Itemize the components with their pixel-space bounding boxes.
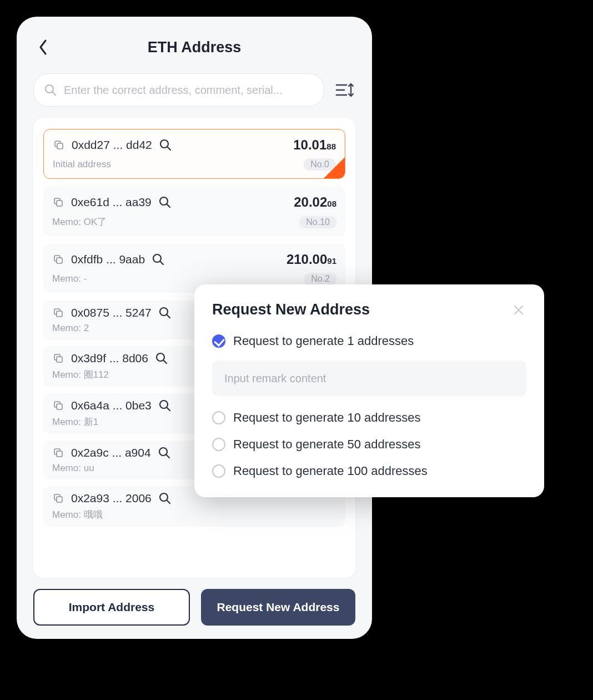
svg-line-8 xyxy=(168,147,170,150)
import-address-button[interactable]: Import Address xyxy=(33,589,190,626)
bottom-buttons: Import Address Request New Address xyxy=(33,589,355,626)
copy-icon[interactable] xyxy=(52,399,64,412)
generate-option[interactable]: Request to generate 50 addresses xyxy=(212,437,526,452)
option-label: Request to generate 100 addresses xyxy=(233,464,428,478)
svg-line-32 xyxy=(167,455,169,458)
radio-checked-icon[interactable] xyxy=(212,334,225,348)
modal-header: Request New Address xyxy=(212,301,526,318)
address-row-top: 0xe61d ... aa3920.0208 xyxy=(52,194,336,210)
memo-text: Initial address xyxy=(53,159,111,170)
modal-close-button[interactable] xyxy=(511,302,526,318)
address-row-bottom: Memo: 哦哦 xyxy=(52,508,336,521)
svg-rect-18 xyxy=(57,311,62,317)
back-button[interactable] xyxy=(33,37,53,57)
svg-line-36 xyxy=(167,501,170,503)
memo-text: Memo: OK了 xyxy=(52,216,107,228)
svg-point-7 xyxy=(160,140,168,148)
address-text: 0xe61d ... aa39 xyxy=(71,196,152,209)
address-text: 0x2a9c ... a904 xyxy=(71,446,151,459)
address-text: 0x3d9f ... 8d06 xyxy=(71,352,148,365)
magnify-icon[interactable] xyxy=(158,306,172,319)
svg-line-28 xyxy=(167,408,170,411)
address-card[interactable]: 0xdd27 ... dd4210.0188Initial addressNo.… xyxy=(43,129,345,179)
balance-value: 20.0208 xyxy=(294,194,336,210)
svg-line-20 xyxy=(167,315,170,318)
address-row-bottom: Memo: OK了No.10 xyxy=(52,216,336,228)
svg-rect-26 xyxy=(57,404,62,409)
svg-rect-22 xyxy=(57,357,62,362)
sort-button[interactable] xyxy=(334,79,355,101)
balance-value: 210.0091 xyxy=(287,252,336,267)
magnify-icon[interactable] xyxy=(158,446,171,459)
copy-icon[interactable] xyxy=(52,447,64,459)
svg-rect-30 xyxy=(57,451,62,457)
svg-point-23 xyxy=(157,353,164,361)
memo-text: Memo: uu xyxy=(52,463,94,474)
address-row-bottom: Memo: -No.2 xyxy=(52,273,336,285)
balance-value: 10.0188 xyxy=(293,137,336,153)
page-title: ETH Address xyxy=(148,39,242,56)
option-label: Request to generate 10 addresses xyxy=(233,411,421,425)
address-row-bottom: Initial addressNo.0 xyxy=(53,158,336,171)
modal-options: Request to generate 1 addressesRequest t… xyxy=(212,334,526,478)
magnify-icon[interactable] xyxy=(159,138,172,152)
generate-option[interactable]: Request to generate 100 addresses xyxy=(212,464,526,478)
generate-option[interactable]: Request to generate 10 addresses xyxy=(212,411,526,425)
svg-line-12 xyxy=(167,204,170,207)
svg-line-16 xyxy=(160,262,163,264)
search-box[interactable] xyxy=(33,73,324,107)
svg-point-15 xyxy=(153,254,161,262)
radio-unchecked-icon[interactable] xyxy=(212,411,225,424)
search-row xyxy=(33,73,355,107)
address-row-top: 0xfdfb ... 9aab210.0091 xyxy=(52,252,336,267)
magnify-icon[interactable] xyxy=(158,196,172,209)
search-icon xyxy=(44,83,57,97)
search-input[interactable] xyxy=(64,84,314,97)
remark-input[interactable] xyxy=(212,361,526,396)
copy-icon[interactable] xyxy=(52,253,64,266)
svg-point-27 xyxy=(160,401,168,408)
address-text: 0x0875 ... 5247 xyxy=(71,306,152,319)
svg-point-35 xyxy=(160,493,168,501)
sort-icon xyxy=(335,82,354,98)
header: ETH Address xyxy=(33,32,355,62)
magnify-icon[interactable] xyxy=(152,253,165,266)
address-text: 0x6a4a ... 0be3 xyxy=(71,399,152,412)
remark-input-wrap xyxy=(212,361,526,396)
magnify-icon[interactable] xyxy=(158,399,172,412)
close-icon xyxy=(513,304,524,316)
generate-option[interactable]: Request to generate 1 addresses xyxy=(212,334,526,348)
svg-rect-6 xyxy=(57,143,63,149)
chevron-left-icon xyxy=(38,39,48,56)
svg-point-19 xyxy=(160,308,168,316)
address-text: 0xfdfb ... 9aab xyxy=(71,253,145,266)
address-row-top: 0xdd27 ... dd4210.0188 xyxy=(53,137,336,153)
memo-text: Memo: 2 xyxy=(52,323,89,334)
copy-icon[interactable] xyxy=(52,196,64,208)
radio-unchecked-icon[interactable] xyxy=(212,438,225,451)
serial-badge: No.2 xyxy=(304,273,336,285)
svg-point-31 xyxy=(159,448,167,456)
serial-badge: No.10 xyxy=(299,216,336,228)
svg-rect-14 xyxy=(57,258,62,263)
svg-line-24 xyxy=(164,361,167,363)
request-new-address-button[interactable]: Request New Address xyxy=(201,589,355,626)
memo-text: Memo: 新1 xyxy=(52,416,98,428)
option-label: Request to generate 1 addresses xyxy=(233,334,414,348)
svg-rect-10 xyxy=(57,201,62,206)
modal-title: Request New Address xyxy=(212,301,370,318)
svg-point-11 xyxy=(160,197,168,205)
magnify-icon[interactable] xyxy=(158,492,172,505)
request-new-address-modal: Request New Address Request to generate … xyxy=(194,284,544,497)
memo-text: Memo: 圈112 xyxy=(52,368,109,381)
address-card[interactable]: 0xe61d ... aa3920.0208Memo: OK了No.10 xyxy=(43,187,345,236)
svg-point-0 xyxy=(46,85,53,93)
option-label: Request to generate 50 addresses xyxy=(233,437,421,452)
magnify-icon[interactable] xyxy=(155,352,168,365)
copy-icon[interactable] xyxy=(53,139,65,151)
copy-icon[interactable] xyxy=(52,307,64,319)
radio-unchecked-icon[interactable] xyxy=(212,464,225,478)
memo-text: Memo: - xyxy=(52,273,87,284)
copy-icon[interactable] xyxy=(52,352,64,364)
copy-icon[interactable] xyxy=(52,492,64,504)
